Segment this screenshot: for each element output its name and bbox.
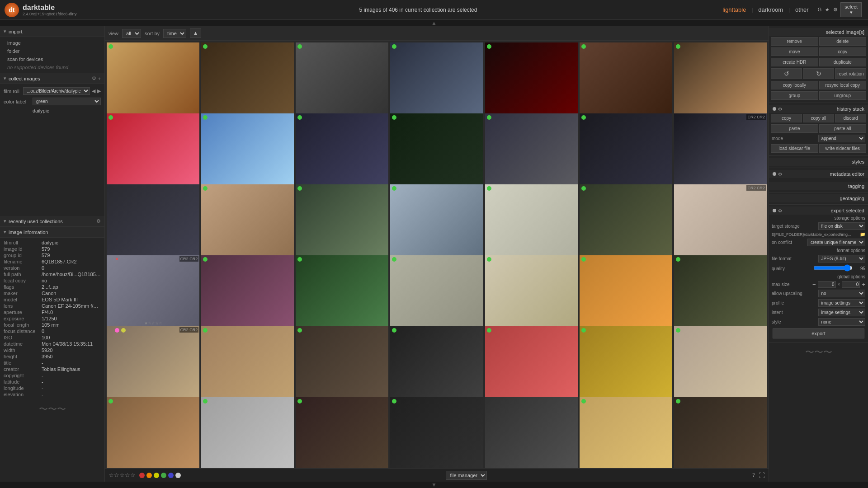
metadata-settings-icon[interactable]: ⚙ [778, 172, 782, 177]
profile-select[interactable]: image settings [818, 299, 866, 307]
photo-cell[interactable] [485, 326, 578, 398]
photo-cell[interactable] [485, 397, 578, 468]
photo-cell[interactable] [390, 184, 483, 256]
scan-devices[interactable]: scan for devices [0, 55, 104, 63]
photo-cell[interactable] [296, 42, 388, 114]
write-sidecar-button[interactable]: write sidecar files [819, 144, 867, 153]
photo-cell[interactable] [580, 42, 672, 114]
duplicate-button[interactable]: duplicate [819, 58, 867, 66]
photo-cell[interactable] [201, 184, 294, 256]
reset-rotation-button[interactable]: reset rotation [835, 68, 866, 79]
photo-cell[interactable] [674, 326, 767, 398]
photo-cell[interactable] [201, 255, 294, 327]
remove-button[interactable]: remove [771, 37, 818, 46]
photo-cell[interactable] [485, 113, 578, 185]
path-browse-icon[interactable]: 📁 [860, 232, 865, 237]
ungroup-button[interactable]: ungroup [819, 91, 867, 100]
select-button[interactable]: select ▾ [840, 2, 862, 17]
sort-select[interactable]: time [163, 29, 186, 38]
history-settings-icon[interactable]: ⚙ [778, 107, 782, 112]
green-dot-filter[interactable] [161, 473, 166, 478]
photo-cell[interactable] [580, 113, 672, 185]
photo-cell[interactable] [296, 255, 388, 327]
max-size-w-minus[interactable]: − [812, 281, 816, 288]
photo-cell[interactable] [201, 113, 294, 185]
photo-cell[interactable] [580, 255, 672, 327]
create-hdr-button[interactable]: create HDR [771, 58, 818, 66]
scroll-up-arrow[interactable]: ▲ [0, 20, 868, 26]
image-info-section-header[interactable]: ▾ image information [0, 227, 104, 238]
google-icon[interactable]: G [818, 7, 822, 13]
photo-cell[interactable] [201, 326, 294, 398]
star-icon[interactable]: ★ [825, 7, 830, 13]
photo-cell[interactable] [674, 397, 767, 468]
sort-direction-button[interactable]: ▲ [190, 28, 201, 38]
nav-lighttable[interactable]: lighttable [720, 5, 749, 14]
copy-hist-button[interactable]: copy [771, 114, 802, 122]
photo-cell[interactable] [485, 255, 578, 327]
photo-cell[interactable] [390, 397, 483, 468]
film-roll-prev[interactable]: ◀ [92, 88, 95, 94]
rotate-ccw-button[interactable]: ↺ [771, 68, 802, 79]
load-sidecar-button[interactable]: load sidecar file [771, 144, 818, 153]
orange-dot-filter[interactable] [146, 473, 152, 478]
photo-cell[interactable]: CR2 CR2 [674, 113, 767, 185]
copy-all-button[interactable]: copy all [803, 114, 834, 122]
blue-dot-filter[interactable] [168, 473, 174, 478]
view-mode-select[interactable]: file manager [446, 471, 487, 480]
photo-cell[interactable]: CR2 CR2 [107, 326, 199, 398]
mode-select[interactable]: append [818, 135, 866, 142]
collect-add-icon[interactable]: + [98, 76, 101, 81]
intent-select[interactable]: image settings [818, 309, 866, 316]
photo-cell[interactable] [107, 113, 199, 185]
target-storage-select[interactable]: file on disk [818, 222, 866, 230]
allow-upscaling-select[interactable]: no [818, 290, 866, 297]
film-roll-select[interactable]: ...ouz/Bilder/Archiv/dailypic [23, 87, 90, 95]
photo-cell[interactable] [107, 42, 199, 114]
photo-cell[interactable] [296, 113, 388, 185]
color-label-select[interactable]: green [33, 98, 101, 105]
recently-section-header[interactable]: ▾ recently used collections ⚙ [0, 216, 104, 227]
paste-button[interactable]: paste [771, 124, 818, 133]
photo-cell[interactable]: CR2 CR2 [674, 184, 767, 256]
photo-cell[interactable] [390, 255, 483, 327]
gear-icon[interactable]: ⚙ [833, 7, 838, 13]
delete-button[interactable]: delete [819, 37, 867, 46]
photo-cell[interactable] [296, 397, 388, 468]
resync-local-button[interactable]: resync local copy [819, 81, 867, 89]
photo-cell[interactable] [485, 184, 578, 256]
recently-settings-icon[interactable]: ⚙ [96, 218, 101, 224]
max-size-plus[interactable]: + [862, 281, 865, 288]
photo-cell[interactable] [296, 184, 388, 256]
nav-darkroom[interactable]: darkroom [755, 5, 786, 14]
max-size-h-input[interactable]: 0 [842, 281, 860, 288]
photo-cell[interactable] [107, 397, 199, 468]
photo-cell[interactable] [107, 184, 199, 256]
export-settings-icon[interactable]: ⚙ [778, 208, 782, 213]
photo-cell[interactable] [390, 326, 483, 398]
fullscreen-icon[interactable]: ⛶ [759, 472, 765, 479]
copy-locally-button[interactable]: copy locally [771, 81, 818, 89]
photo-cell[interactable] [201, 397, 294, 468]
move-button[interactable]: move [771, 47, 818, 56]
photo-cell[interactable] [201, 42, 294, 114]
collect-section-header[interactable]: ▾ collect images ⚙ + [0, 73, 104, 84]
yellow-dot-filter[interactable] [154, 473, 159, 478]
photo-cell[interactable] [674, 42, 767, 114]
max-size-w-input[interactable]: 0 [818, 281, 836, 288]
collect-settings-icon[interactable]: ⚙ [92, 75, 96, 81]
style-select[interactable]: none [818, 318, 866, 326]
photo-cell[interactable] [580, 397, 672, 468]
view-select[interactable]: all [122, 29, 141, 38]
rotate-cw-button[interactable]: ↻ [803, 68, 834, 79]
export-button[interactable]: export [773, 328, 864, 338]
import-folder[interactable]: folder [0, 47, 104, 55]
photo-cell[interactable] [580, 184, 672, 256]
photo-cell[interactable] [390, 42, 483, 114]
on-conflict-select[interactable]: create unique filename [807, 239, 865, 246]
photo-cell[interactable]: CR2 CR2✕★☆☆☆☆ [107, 255, 199, 327]
photo-cell[interactable] [580, 326, 672, 398]
nav-other[interactable]: other [793, 5, 811, 14]
photo-cell[interactable] [674, 255, 767, 327]
star-rating-filter[interactable]: ☆☆☆☆☆ [108, 472, 136, 479]
